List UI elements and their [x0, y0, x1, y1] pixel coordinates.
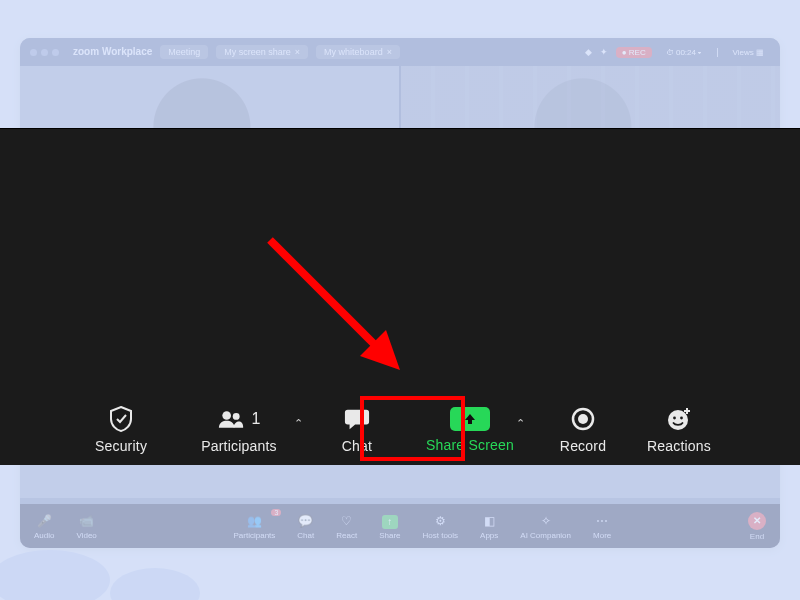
- bg-titlebar: zoom Workplace Meeting My screen share ×…: [20, 38, 780, 66]
- reactions-label: Reactions: [647, 438, 711, 454]
- shield-indicator-icon: ◆: [585, 47, 592, 57]
- camera-icon: 📹: [79, 513, 95, 529]
- apps-icon: ◧: [481, 513, 497, 529]
- svg-point-3: [578, 414, 588, 424]
- participants-button[interactable]: 1 Participants ⌃: [169, 395, 309, 465]
- bg-participants-button[interactable]: 👥3Participants: [234, 513, 276, 540]
- svg-point-0: [222, 411, 231, 420]
- participants-count-badge: 3: [271, 509, 281, 516]
- shield-icon: [108, 406, 134, 432]
- more-icon: ⋯: [594, 513, 610, 529]
- close-icon: ✕: [748, 512, 766, 530]
- bg-share-button[interactable]: ↑Share: [379, 515, 400, 540]
- tab-screen-share[interactable]: My screen share ×: [216, 45, 308, 59]
- share-up-icon: ↑: [382, 515, 398, 529]
- share-screen-label: Share Screen: [426, 437, 514, 453]
- tab-whiteboard[interactable]: My whiteboard ×: [316, 45, 400, 59]
- bg-chat-button[interactable]: 💬Chat: [297, 513, 314, 540]
- focus-strip: Security 1 Participants ⌃: [0, 128, 800, 465]
- tab-meeting[interactable]: Meeting: [160, 45, 208, 59]
- views-button[interactable]: Views ▦: [727, 47, 770, 58]
- recording-badge: ● REC: [616, 47, 652, 58]
- bg-host-tools-button[interactable]: ⚙Host tools: [423, 513, 459, 540]
- heart-icon: ♡: [339, 513, 355, 529]
- bg-end-button[interactable]: ✕End: [748, 512, 766, 541]
- record-button[interactable]: Record: [535, 395, 631, 465]
- share-screen-icon: [450, 407, 490, 431]
- chat-bubble-icon: [344, 406, 370, 432]
- svg-point-5: [673, 417, 676, 420]
- chat-label: Chat: [342, 438, 372, 454]
- people-icon: [218, 406, 244, 432]
- decorative-blob: [0, 550, 110, 600]
- divider: |: [716, 47, 718, 57]
- participants-count: 1: [252, 410, 261, 428]
- svg-point-1: [232, 413, 239, 420]
- bg-video-button[interactable]: 📹Video: [76, 513, 96, 540]
- sparkle-icon: ✦: [600, 47, 608, 57]
- elapsed-time: ⏱ 00:24 ▾: [660, 47, 709, 58]
- reactions-button[interactable]: Reactions: [631, 395, 727, 465]
- shield-gear-icon: ⚙: [432, 513, 448, 529]
- share-screen-button[interactable]: Share Screen ⌃: [405, 395, 535, 465]
- window-controls: [30, 49, 59, 56]
- people-icon: 👥: [246, 513, 262, 529]
- microphone-icon: 🎤: [36, 513, 52, 529]
- record-icon: [570, 406, 596, 432]
- chevron-up-icon[interactable]: ⌃: [516, 417, 525, 430]
- sparkles-icon: ✧: [538, 513, 554, 529]
- svg-point-4: [668, 410, 688, 430]
- bg-ai-button[interactable]: ✧AI Companion: [520, 513, 571, 540]
- bg-apps-button[interactable]: ◧Apps: [480, 513, 498, 540]
- bg-audio-button[interactable]: 🎤Audio: [34, 513, 54, 540]
- chat-icon: 💬: [298, 513, 314, 529]
- bg-react-button[interactable]: ♡React: [336, 513, 357, 540]
- brand-label: zoom Workplace: [73, 47, 152, 57]
- security-label: Security: [95, 438, 147, 454]
- decorative-blob: [110, 568, 200, 600]
- smiley-plus-icon: [666, 406, 692, 432]
- security-button[interactable]: Security: [73, 395, 169, 465]
- bg-more-button[interactable]: ⋯More: [593, 513, 611, 540]
- chat-button[interactable]: Chat: [309, 395, 405, 465]
- bg-bottom-toolbar: 🎤Audio 📹Video 👥3Participants 💬Chat ♡Reac…: [20, 504, 780, 548]
- meeting-toolbar: Security 1 Participants ⌃: [0, 395, 800, 465]
- svg-point-6: [680, 417, 683, 420]
- participants-label: Participants: [201, 438, 277, 454]
- record-label: Record: [560, 438, 606, 454]
- chevron-up-icon[interactable]: ⌃: [294, 417, 303, 430]
